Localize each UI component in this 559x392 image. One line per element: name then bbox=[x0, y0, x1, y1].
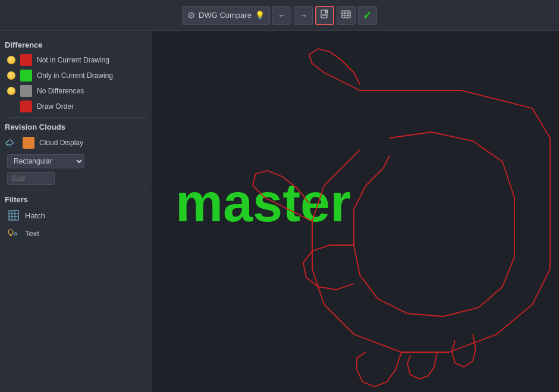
no-differences-swatch bbox=[20, 85, 32, 97]
back-icon: ← bbox=[278, 11, 286, 20]
shape-dropdown[interactable]: Rectangular Polygonal Freehand bbox=[7, 154, 84, 168]
svg-rect-9 bbox=[9, 211, 18, 220]
no-differences-label: No Differences bbox=[37, 87, 84, 95]
table-button[interactable] bbox=[337, 6, 356, 25]
left-panel: Difference Not in Current Drawing Only i… bbox=[0, 31, 152, 392]
cloud-display-label: Cloud Display bbox=[39, 139, 83, 147]
hatch-filter-item[interactable]: Hatch bbox=[5, 209, 147, 222]
hatch-icon bbox=[7, 209, 20, 222]
drawing-svg: master bbox=[152, 31, 559, 392]
size-row bbox=[5, 172, 147, 185]
text-filter-icon: A bbox=[7, 227, 20, 240]
check-icon: ✓ bbox=[363, 9, 372, 22]
divider-1 bbox=[5, 117, 147, 118]
only-in-current-label: Only in Current Drawing bbox=[37, 71, 113, 80]
file-button[interactable] bbox=[315, 6, 334, 25]
gear-icon: ⚙ bbox=[187, 10, 195, 21]
not-in-current-label: Not in Current Drawing bbox=[37, 56, 109, 64]
dwg-compare-text: DWG Compare bbox=[199, 11, 252, 20]
size-input[interactable] bbox=[7, 172, 55, 185]
svg-text:A: A bbox=[14, 231, 18, 237]
revision-clouds-section-title: Revision Clouds bbox=[5, 123, 147, 131]
cloud-display-row: Cloud Display bbox=[5, 136, 147, 149]
hatch-label: Hatch bbox=[25, 211, 45, 220]
file-icon bbox=[319, 9, 330, 21]
cloud-display-swatch bbox=[23, 137, 34, 149]
forward-icon: → bbox=[299, 11, 307, 20]
bulb-no-differences bbox=[7, 87, 15, 95]
svg-rect-1 bbox=[325, 10, 328, 12]
svg-rect-4 bbox=[342, 11, 350, 18]
divider-2 bbox=[5, 190, 147, 190]
not-in-current-item: Not in Current Drawing bbox=[5, 54, 147, 66]
filters-section-title: Filters bbox=[5, 195, 147, 204]
check-button[interactable]: ✓ bbox=[358, 6, 377, 25]
bulb-only-in-current bbox=[7, 71, 15, 80]
dwg-compare-label[interactable]: ⚙ DWG Compare 💡 bbox=[182, 6, 270, 25]
table-icon bbox=[341, 9, 351, 21]
difference-section-title: Difference bbox=[5, 40, 147, 49]
draw-order-item: Draw Order bbox=[5, 101, 147, 112]
draw-order-swatch bbox=[20, 101, 32, 112]
back-button[interactable]: ← bbox=[272, 6, 291, 25]
text-label: Text bbox=[25, 229, 39, 238]
not-in-current-swatch bbox=[20, 54, 32, 66]
only-in-current-swatch bbox=[20, 70, 32, 81]
canvas-area: master bbox=[152, 31, 559, 392]
master-text: master bbox=[175, 173, 351, 233]
rectangular-dropdown-row: Rectangular Polygonal Freehand bbox=[5, 154, 147, 168]
forward-button[interactable]: → bbox=[294, 6, 313, 25]
text-filter-item[interactable]: A Text bbox=[5, 227, 147, 240]
draw-order-label: Draw Order bbox=[37, 102, 74, 111]
bulb-not-in-current bbox=[7, 56, 15, 64]
bulb-icon: 💡 bbox=[255, 11, 265, 20]
toolbar: ⚙ DWG Compare 💡 ← → bbox=[0, 0, 559, 31]
svg-point-14 bbox=[8, 230, 13, 234]
no-differences-item: No Differences bbox=[5, 85, 147, 97]
only-in-current-item: Only in Current Drawing bbox=[5, 70, 147, 81]
cloud-icon bbox=[5, 136, 18, 149]
